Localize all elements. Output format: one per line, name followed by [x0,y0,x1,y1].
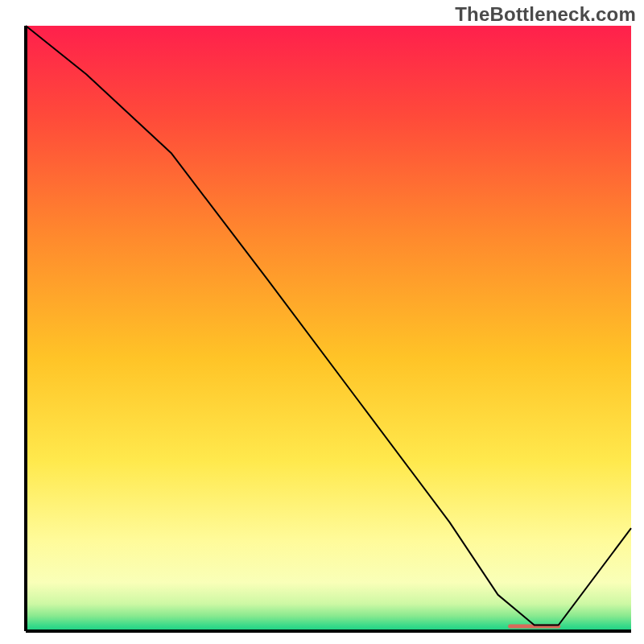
line-chart [0,0,644,644]
chart-container: TheBottleneck.com [0,0,644,644]
watermark-text: TheBottleneck.com [455,3,636,26]
plot-background [26,26,631,631]
